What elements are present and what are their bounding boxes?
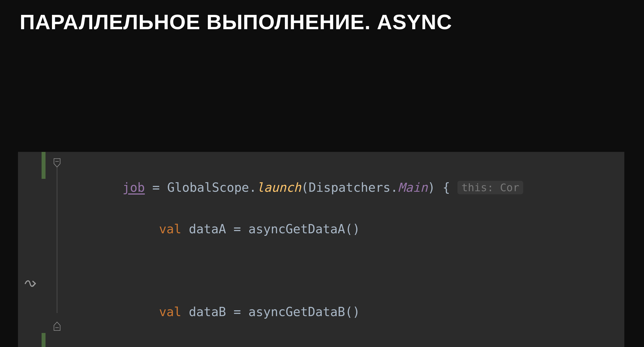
inlay-hint: this: Cor [457,181,523,194]
token-paren-brace: ) { [428,180,457,195]
token-function-call: asyncGetDataB [248,305,345,319]
token-function-call: asyncGetDataA [248,222,345,236]
token-function: launch [257,180,301,195]
token-dot: . [249,180,257,195]
code-line-blank [55,260,624,281]
slide: ПАРАЛЛЕЛЬНОЕ ВЫПОЛНЕНИЕ. ASYNC [0,0,644,347]
suspend-call-icon[interactable] [23,277,37,291]
token-identifier: GlobalScope [167,180,249,195]
token-parens: () [345,305,360,319]
editor-gutter [18,152,49,347]
token-dot: . [391,180,398,195]
token-identifier: Dispatchers [309,180,390,195]
token-keyword: val [159,305,181,319]
code-line: val dataA = asyncGetDataA() [55,219,624,239]
token-paren: ( [301,180,309,195]
token-property: Main [398,180,428,195]
token-parens: () [345,222,360,236]
code-content[interactable]: job = GlobalScope.launch(Dispatchers.Mai… [49,152,624,347]
token-identifier: dataA [189,222,226,236]
code-line-blank [55,343,624,347]
code-line: job = GlobalScope.launch(Dispatchers.Mai… [55,177,624,198]
token-identifier: dataB [189,305,226,319]
token-operator: = [226,305,248,319]
token-operator: = [145,180,167,195]
token-operator: = [226,222,248,236]
code-line: val dataB = asyncGetDataB() [55,302,624,322]
vcs-change-marker [42,152,46,179]
token-keyword: val [159,222,181,236]
slide-title: ПАРАЛЛЕЛЬНОЕ ВЫПОЛНЕНИЕ. ASYNC [20,10,624,34]
token-property: job [123,180,145,195]
code-editor: job = GlobalScope.launch(Dispatchers.Mai… [18,152,624,347]
vcs-change-marker [42,333,46,347]
